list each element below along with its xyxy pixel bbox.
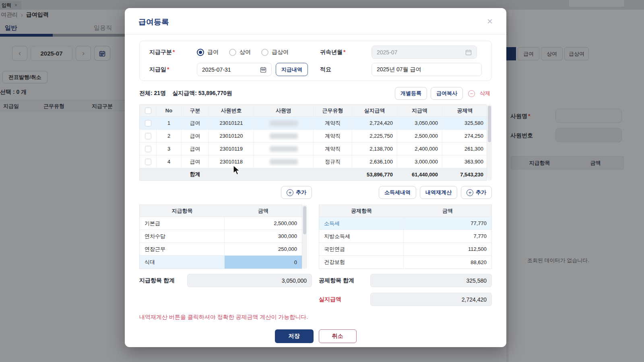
table-row[interactable]: 4 급여 23010118 정규직 2,636,100 3,000,000 36… [140,155,487,168]
delete-button[interactable]: −삭제 [466,90,492,97]
memo-value: 2025년 07월 급여 [377,66,421,73]
row-checkbox[interactable] [145,146,151,152]
individual-register-button[interactable]: 개별등록 [395,87,427,100]
table-row[interactable]: 2 급여 23010120 계약직 2,225,750 2,500,000 27… [140,130,487,143]
col-type: 구분 [182,105,209,116]
attribution-month-value: 2025-07 [377,49,397,56]
pay-total-field: 3,050,000 [187,274,312,287]
radio-salary-label: 급여 [207,49,219,56]
radio-salary-bonus[interactable]: 급상여 [261,49,289,56]
col-emp-no: 사원번호 [209,105,254,116]
net-pay-field: 2,724,420 [370,293,492,306]
select-all-checkbox[interactable] [145,108,151,114]
income-tax-detail-button[interactable]: 소득세내역 [379,186,416,199]
radio-unselected-icon [229,49,236,56]
pay-date-input[interactable]: 2025-07-31 [197,63,272,76]
deduct-item-row[interactable]: 지방소득세 7,770 [319,230,491,243]
employee-name-redacted [270,120,298,126]
row-checkbox[interactable] [145,133,151,139]
pay-detail-button[interactable]: 지급내역 [276,63,308,76]
net-pay-label: 실지급액 [319,296,341,303]
memo-label: 적요 [320,66,372,73]
minus-circle-icon: − [468,90,475,97]
radio-salary[interactable]: 급여 [197,49,219,56]
deduct-item-row-selected[interactable]: 소득세 77,770 [319,217,491,230]
deduct-item-row[interactable]: 건강보험 88,620 [319,256,491,269]
calendar-icon [465,49,472,56]
col-pay: 지급액 [397,105,442,116]
pay-date-value: 2025-07-31 [202,66,231,73]
radio-selected-icon [197,49,204,56]
scrollbar-thumb[interactable] [303,206,306,234]
pay-item-row[interactable]: 연장근무 250,000 [140,243,302,256]
calendar-icon [260,66,266,73]
deduct-total-field: 325,580 [370,274,492,287]
employee-name-redacted [270,133,298,139]
col-pay-item: 지급항목 [140,205,225,217]
save-button[interactable]: 저장 [275,329,314,343]
row-checkbox[interactable] [145,159,151,165]
pay-date-label: 지급일* [149,66,197,73]
col-emp-name: 사원명 [254,105,314,116]
add-pay-item-button[interactable]: +추가 [281,186,312,199]
employee-name-redacted [270,159,298,165]
col-amount: 금액 [404,205,491,217]
col-amount: 금액 [225,205,302,217]
col-work-type: 근무유형 [314,105,352,116]
employee-table-header: No 구분 사원번호 사원명 근무유형 실지급액 지급액 공제액 [140,105,487,117]
pay-type-label: 지급구분* [149,49,197,56]
deduct-items-table: 공제항목 금액 소득세 77,770 지방소득세 7,770 국민연금 112,… [319,205,492,269]
salary-copy-button[interactable]: 급여복사 [431,87,463,100]
attribution-month-label: 귀속년월* [320,49,372,56]
table-row[interactable]: 3 급여 23010119 계약직 2,138,700 2,400,000 26… [140,143,487,155]
close-icon[interactable]: × [487,17,493,26]
deduct-total-label: 공제항목 합계 [319,277,354,284]
total-label: 합계 [182,168,209,180]
add-deduct-item-button[interactable]: +추가 [461,186,492,199]
memo-input[interactable]: 2025년 07월 급여 [372,63,482,76]
pay-total-label: 지급항목 합계 [139,277,175,284]
table-row[interactable]: 1 급여 23010121 계약직 2,724,420 3,050,000 32… [140,117,487,130]
col-deduct-item: 공제항목 [319,205,404,217]
scrollbar-thumb[interactable] [488,106,491,142]
modal-header: 급여등록 × [125,8,506,35]
salary-registration-modal: 급여등록 × 지급구분* 급여 상여 급상여 귀속년월* 2025-07 지급일… [125,8,506,347]
table-scrollbar[interactable] [487,104,492,181]
total-count: 전체: 21명 [139,90,166,97]
pay-form: 지급구분* 급여 상여 급상여 귀속년월* 2025-07 지급일* 2025-… [139,41,492,81]
pay-type-radio-group: 급여 상여 급상여 [197,49,320,56]
row-checkbox[interactable] [145,120,151,126]
radio-salary-bonus-label: 급상여 [272,49,289,56]
delete-label: 삭제 [480,90,490,97]
plus-circle-icon: + [466,189,473,196]
plus-circle-icon: + [287,189,293,196]
employee-table: No 구분 사원번호 사원명 근무유형 실지급액 지급액 공제액 1 급여 23… [139,104,492,181]
mouse-cursor [233,165,242,176]
col-net-pay: 실지급액 [352,105,397,116]
cancel-button[interactable]: 취소 [319,329,357,343]
total-net-pay: 실지급액: 53,896,770원 [172,90,232,97]
deduct-item-row[interactable]: 국민연금 112,500 [319,243,491,256]
employee-name-redacted [270,146,298,152]
summary-text: 전체: 21명 실지급액: 53,896,770원 [139,90,232,97]
radio-bonus-label: 상여 [239,49,251,56]
recalculate-button[interactable]: 내역재계산 [420,186,457,199]
col-no: No [157,105,182,116]
pay-item-row[interactable]: 기본급 2,500,000 [140,217,302,230]
pay-item-row[interactable]: 연차수당 300,000 [140,230,302,243]
pay-items-table: 지급항목 금액 기본급 2,500,000 연차수당 300,000 연장근무 … [139,205,307,269]
pay-items-scrollbar[interactable] [302,205,307,269]
radio-bonus[interactable]: 상여 [229,49,251,56]
recalc-warning-message: 내역재계산 버튼을 클릭하셔야 정확한 공제금액 계산이 가능합니다. [139,314,492,321]
table-total-row: 합계 53,896,770 61,440,000 7,543,230 [140,168,487,180]
col-deduction: 공제액 [442,105,487,116]
attribution-month-input[interactable]: 2025-07 [372,46,477,59]
pay-item-row-selected[interactable]: 식대 0 [140,256,302,269]
radio-unselected-icon [261,49,268,56]
modal-title: 급여등록 [138,17,169,27]
